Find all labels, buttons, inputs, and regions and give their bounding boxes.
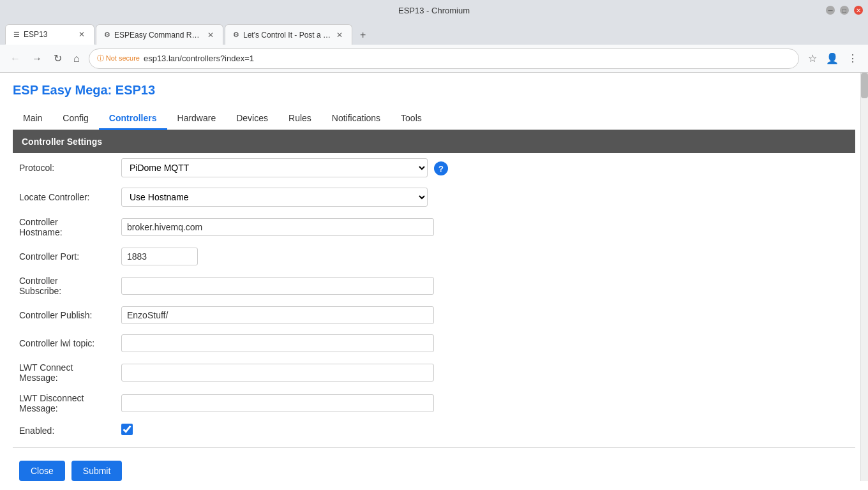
form-divider (13, 447, 855, 448)
button-row: Close Submit (13, 453, 855, 489)
publish-input[interactable] (121, 306, 434, 324)
subscribe-row: ControllerSubscribe: (13, 271, 855, 301)
subscribe-label: ControllerSubscribe: (19, 276, 61, 296)
lwt-disconnect-row: LWT DisconnectMessage: (13, 388, 855, 419)
lwt-disconnect-input[interactable] (121, 394, 434, 412)
tab-rules[interactable]: Rules (278, 108, 322, 130)
tab-main[interactable]: Main (13, 108, 52, 130)
port-row: Controller Port: (13, 242, 855, 271)
back-button[interactable]: ← (8, 50, 23, 67)
tab-notifications[interactable]: Notifications (322, 108, 391, 130)
lwl-topic-input[interactable] (121, 334, 434, 352)
nav-tabs: Main Config Controllers Hardware Devices… (13, 108, 855, 130)
tab-tools[interactable]: Tools (391, 108, 432, 130)
tab-label-espeasy: ESPEasy Command Reference (114, 31, 202, 40)
protocol-select[interactable]: PiDome MQTT Domoticz MQTT OpenHAB MQTT G… (121, 158, 428, 177)
bookmark-button[interactable]: ☆ (805, 50, 819, 67)
tab-close-letscontrol[interactable]: ✕ (335, 29, 344, 41)
lwt-disconnect-label: LWT DisconnectMessage: (19, 393, 84, 413)
tab-favicon-letscontrol: ⚙ (233, 31, 239, 39)
security-indicator: ⓘ Not secure (97, 54, 140, 63)
browser-tab-esp13[interactable]: ☰ ESP13 ✕ (5, 24, 94, 45)
tab-controllers[interactable]: Controllers (99, 108, 167, 130)
tab-label-esp13: ESP13 (24, 30, 73, 39)
hostname-row: ControllerHostname: (13, 212, 855, 242)
browser-titlebar: ESP13 - Chromium ─ □ ✕ (0, 0, 868, 20)
tab-favicon-esp13: ☰ (13, 31, 20, 39)
locate-label: Locate Controller: (19, 192, 90, 202)
enabled-row: Enabled: (13, 419, 855, 442)
minimize-button[interactable]: ─ (826, 6, 835, 15)
lwl-topic-label: Controller lwl topic: (19, 338, 94, 348)
scrollbar-thumb[interactable] (861, 73, 868, 98)
subscribe-input[interactable] (121, 277, 434, 295)
lwt-connect-label: LWT ConnectMessage: (19, 362, 73, 383)
profile-button[interactable]: 👤 (823, 50, 841, 67)
protocol-help-button[interactable]: ? (434, 161, 448, 175)
tab-config[interactable]: Config (52, 108, 98, 130)
lwl-topic-row: Controller lwl topic: (13, 329, 855, 357)
menu-button[interactable]: ⋮ (845, 50, 860, 67)
tab-close-espeasy[interactable]: ✕ (206, 29, 215, 41)
hostname-label: ControllerHostname: (19, 217, 63, 237)
port-label: Controller Port: (19, 251, 79, 262)
tab-favicon-espeasy: ⚙ (104, 31, 110, 39)
hostname-input[interactable] (121, 218, 434, 236)
page-title: ESP Easy Mega: ESP13 (13, 83, 855, 98)
page-content: ESP Easy Mega: ESP13 Main Config Control… (0, 73, 868, 490)
protocol-label: Protocol: (19, 163, 54, 173)
lwt-connect-input[interactable] (121, 364, 434, 382)
browser-tab-letscontrol[interactable]: ⚙ Let's Control It - Post a new top… ✕ (225, 24, 352, 45)
tab-close-esp13[interactable]: ✕ (77, 29, 86, 40)
url-text: esp13.lan/controllers?index=1 (144, 54, 791, 63)
forward-button[interactable]: → (29, 50, 45, 67)
maximize-button[interactable]: □ (840, 6, 849, 15)
enabled-label: Enabled: (19, 426, 54, 436)
port-input[interactable] (121, 248, 198, 265)
tab-hardware[interactable]: Hardware (167, 108, 227, 130)
locate-controller-row: Locate Controller: Use Hostname Use IP A… (13, 182, 855, 212)
locate-select[interactable]: Use Hostname Use IP Address (121, 188, 428, 207)
enabled-checkbox[interactable] (121, 424, 133, 435)
submit-button[interactable]: Submit (71, 461, 123, 481)
close-button[interactable]: Close (19, 461, 65, 481)
lwt-connect-row: LWT ConnectMessage: (13, 357, 855, 388)
new-tab-button[interactable]: + (354, 26, 372, 45)
section-header: Controller Settings (13, 130, 855, 153)
tab-devices[interactable]: Devices (226, 108, 278, 130)
browser-tab-espeasy[interactable]: ⚙ ESPEasy Command Reference ✕ (96, 24, 223, 45)
publish-row: Controller Publish: (13, 301, 855, 329)
window-title: ESP13 - Chromium (398, 6, 470, 15)
url-bar[interactable]: ⓘ Not secure esp13.lan/controllers?index… (89, 48, 799, 69)
address-bar: ← → ↻ ⌂ ⓘ Not secure esp13.lan/controlle… (0, 45, 868, 73)
home-button[interactable]: ⌂ (71, 50, 82, 67)
controller-settings-form: Protocol: PiDome MQTT Domoticz MQTT Open… (13, 153, 855, 442)
section-title: Controller Settings (22, 137, 102, 147)
tabs-bar: ☰ ESP13 ✕ ⚙ ESPEasy Command Reference ✕ … (0, 20, 868, 45)
protocol-row: Protocol: PiDome MQTT Domoticz MQTT Open… (13, 153, 855, 182)
publish-label: Controller Publish: (19, 310, 92, 320)
tab-label-letscontrol: Let's Control It - Post a new top… (243, 31, 331, 40)
close-button[interactable]: ✕ (854, 6, 863, 15)
refresh-button[interactable]: ↻ (51, 50, 64, 67)
scrollbar[interactable] (860, 73, 868, 481)
address-actions: ☆ 👤 ⋮ (805, 50, 860, 67)
